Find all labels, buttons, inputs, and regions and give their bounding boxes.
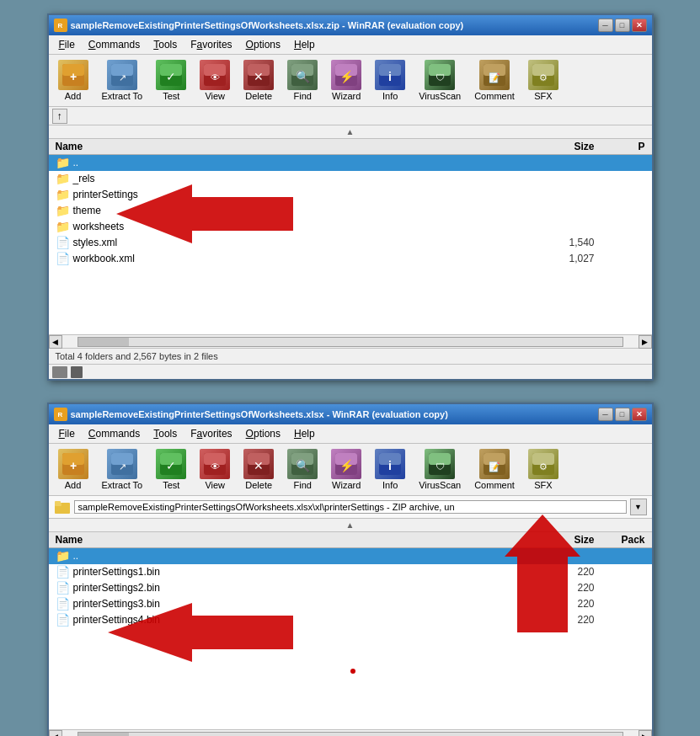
sfx-label: SFX	[534, 91, 552, 101]
menu-favorites[interactable]: Favorites	[184, 37, 238, 52]
window1-controls: ─ □ ✕	[598, 19, 647, 32]
w2-info-button[interactable]: i Info	[369, 446, 411, 493]
w2-menu-options[interactable]: Options	[239, 426, 287, 441]
sfx-button[interactable]: ⚙ SFX	[522, 57, 564, 104]
menu-tools[interactable]: Tools	[147, 37, 184, 52]
svg-text:📝: 📝	[489, 72, 500, 83]
w2-menu-help[interactable]: Help	[287, 426, 322, 441]
w2-extract-icon: ↗	[107, 449, 137, 479]
w2-delete-button[interactable]: ✕ Delete	[238, 446, 280, 493]
w2-find-button[interactable]: 🔍 Find	[281, 446, 323, 493]
w2-scrollbar-track[interactable]	[77, 732, 623, 737]
svg-text:📝: 📝	[489, 461, 500, 472]
table-row[interactable]: 📁 printerSettings	[49, 187, 652, 203]
w2-wizard-button[interactable]: ⚡ Wizard	[325, 446, 367, 493]
virusscan-button[interactable]: 🛡 VirusScan	[413, 57, 467, 104]
delete-button[interactable]: ✕ Delete	[238, 57, 280, 104]
virusscan-label: VirusScan	[419, 91, 461, 101]
view-button[interactable]: 👁 View	[194, 57, 236, 104]
window1-titlebar: R sampleRemoveExistingPrinterSettingsOfW…	[49, 15, 652, 35]
w2-extract-button[interactable]: ↗ Extract To	[96, 446, 149, 493]
w2-file-name-1: printerSettings1.bin	[73, 566, 536, 578]
scrollbar-track[interactable]	[77, 337, 623, 347]
test-icon: ✓	[156, 60, 186, 90]
w2-scrollbar-thumb[interactable]	[78, 733, 129, 737]
wizard-button[interactable]: ⚡ Wizard	[325, 57, 367, 104]
table-row[interactable]: 📄 workbook.xml 1,027	[49, 251, 652, 267]
file-icon: 📄	[56, 252, 70, 265]
w2-view-button[interactable]: 👁 View	[194, 446, 236, 493]
minimize-button[interactable]: ─	[598, 19, 613, 32]
svg-text:🛡: 🛡	[435, 72, 445, 83]
menu-commands[interactable]: Commands	[82, 37, 147, 52]
maximize-button[interactable]: □	[615, 19, 630, 32]
table-row[interactable]: 📁 worksheets	[49, 219, 652, 235]
w2-comment-button[interactable]: 📝 Comment	[468, 446, 521, 493]
w2-scroll-right-btn[interactable]: ▶	[639, 730, 652, 737]
w2-sfx-button[interactable]: ⚙ SFX	[522, 446, 564, 493]
w2-comment-label: Comment	[474, 480, 515, 490]
svg-text:🔍: 🔍	[296, 70, 311, 84]
file-name-up: ..	[73, 157, 536, 168]
table-row[interactable]: 📄 printerSettings2.bin 220	[49, 580, 652, 596]
w2-scroll-left-btn[interactable]: ◀	[49, 730, 62, 737]
w2-menu-file[interactable]: File	[52, 426, 82, 441]
extract-button[interactable]: ↗ Extract To	[96, 57, 149, 104]
table-row[interactable]: 📁 ..	[49, 548, 652, 564]
svg-text:⚙: ⚙	[539, 461, 548, 472]
address-dropdown-btn[interactable]: ▼	[630, 499, 647, 515]
w2-menu-tools[interactable]: Tools	[147, 426, 184, 441]
menu-file[interactable]: File	[52, 37, 82, 52]
test-label: Test	[163, 91, 179, 101]
w2-menu-commands[interactable]: Commands	[82, 426, 147, 441]
w2-sfx-label: SFX	[534, 480, 552, 490]
svg-text:i: i	[388, 459, 392, 472]
svg-text:↗: ↗	[118, 461, 126, 472]
w2-test-label: Test	[163, 480, 179, 490]
sfx-icon: ⚙	[528, 60, 558, 90]
add-button[interactable]: + Add	[52, 57, 94, 104]
empty-space	[49, 267, 652, 334]
svg-text:⚙: ⚙	[539, 72, 548, 83]
w2-menu-favorites[interactable]: Favorites	[184, 426, 238, 441]
test-button[interactable]: ✓ Test	[150, 57, 192, 104]
menu-options[interactable]: Options	[239, 37, 287, 52]
window1-status-text: Total 4 folders and 2,567 bytes in 2 fil…	[56, 351, 218, 361]
window1-list-header: Name Size P	[49, 139, 652, 155]
w2-file-name-3: printerSettings3.bin	[73, 598, 536, 610]
w2-maximize-button[interactable]: □	[615, 408, 630, 421]
scroll-left-btn[interactable]: ◀	[49, 335, 62, 349]
table-row[interactable]: 📄 printerSettings4.bin 220	[49, 612, 652, 628]
window1-scrollbar[interactable]: ◀ ▶	[49, 334, 652, 348]
w2-file-icon-3: 📄	[56, 597, 70, 611]
w2-file-icon-4: 📄	[56, 613, 70, 627]
window1-title: sampleRemoveExistingPrinterSettingsOfWor…	[71, 20, 464, 30]
up-nav-icon[interactable]: ↑	[52, 109, 67, 124]
table-row[interactable]: 📄 printerSettings3.bin 220	[49, 596, 652, 612]
table-row[interactable]: 📄 printerSettings1.bin 220	[49, 564, 652, 580]
table-row[interactable]: 📁 ..	[49, 155, 652, 171]
w2-close-button[interactable]: ✕	[632, 408, 647, 421]
window2-scrollbar[interactable]: ◀ ▶	[49, 729, 652, 736]
close-button[interactable]: ✕	[632, 19, 647, 32]
scroll-right-btn[interactable]: ▶	[639, 335, 652, 349]
header-size: Size	[536, 141, 595, 152]
svg-rect-70	[55, 501, 61, 504]
find-button[interactable]: 🔍 Find	[281, 57, 323, 104]
w2-virusscan-button[interactable]: 🛡 VirusScan	[413, 446, 467, 493]
w2-add-button[interactable]: + Add	[52, 446, 94, 493]
menu-help[interactable]: Help	[287, 37, 322, 52]
scrollbar-thumb[interactable]	[78, 338, 129, 346]
table-row[interactable]: 📄 styles.xml 1,540	[49, 235, 652, 251]
svg-text:⚡: ⚡	[339, 70, 355, 84]
file-name-workbook: workbook.xml	[73, 253, 536, 264]
table-row[interactable]: 📁 _rels	[49, 171, 652, 187]
table-row[interactable]: 📁 theme	[49, 203, 652, 219]
comment-button[interactable]: 📝 Comment	[468, 57, 521, 104]
file-name-worksheets: worksheets	[73, 221, 536, 232]
w2-test-button[interactable]: ✓ Test	[150, 446, 192, 493]
add-label: Add	[65, 91, 82, 101]
info-button[interactable]: i Info	[369, 57, 411, 104]
address-input[interactable]	[74, 500, 627, 514]
w2-minimize-button[interactable]: ─	[598, 408, 613, 421]
